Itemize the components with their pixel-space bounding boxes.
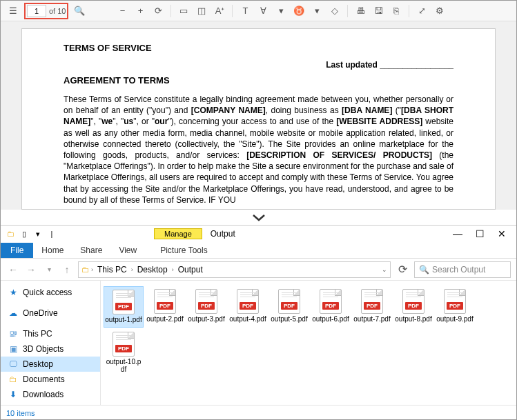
- ribbon-home[interactable]: Home: [33, 243, 72, 258]
- breadcrumb-seg[interactable]: Output: [175, 265, 206, 274]
- close-button[interactable]: ✕: [497, 228, 507, 239]
- rotate-icon[interactable]: ⟳: [151, 4, 165, 18]
- search-placeholder: Search Output: [432, 265, 485, 274]
- pdf-file-icon: PDF: [111, 332, 136, 357]
- sidebar-item-label: This PC: [23, 329, 52, 339]
- file-item[interactable]: PDFoutput-3.pdf: [186, 286, 226, 328]
- sidebar-3d-objects[interactable]: ▣3D Objects: [1, 341, 100, 357]
- export-icon[interactable]: ⎘: [389, 4, 403, 18]
- stamp-icon[interactable]: ♉: [292, 4, 306, 18]
- pdf-file-icon: PDF: [153, 289, 177, 314]
- pdf-badge: PDF: [115, 345, 132, 352]
- ribbon-file[interactable]: File: [1, 243, 33, 258]
- ribbon: File Home Share View Picture Tools: [1, 242, 516, 259]
- doc-title: TERMS OF SERVICE: [64, 43, 453, 53]
- ribbon-view[interactable]: View: [110, 243, 145, 258]
- file-item[interactable]: PDFoutput-9.pdf: [435, 286, 475, 328]
- pdf-badge: PDF: [364, 302, 380, 310]
- settings-icon[interactable]: ⚙: [433, 4, 447, 18]
- file-name: output-3.pdf: [188, 315, 224, 323]
- nav-forward-icon[interactable]: →: [24, 263, 38, 277]
- zoom-out-icon[interactable]: −: [115, 4, 129, 18]
- file-item[interactable]: PDFoutput-5.pdf: [269, 286, 309, 328]
- refresh-icon[interactable]: ⟳: [395, 263, 410, 276]
- nav-up-icon[interactable]: ↑: [60, 263, 74, 277]
- file-item[interactable]: PDFoutput-8.pdf: [393, 286, 433, 328]
- maximize-button[interactable]: ☐: [475, 228, 485, 239]
- pdf-file-icon: PDF: [111, 290, 136, 314]
- breadcrumb-seg[interactable]: This PC: [95, 265, 130, 274]
- sidebar-quick-access[interactable]: ★Quick access: [1, 285, 100, 300]
- chevron-down-icon[interactable]: ▾: [274, 4, 288, 18]
- file-item[interactable]: PDFoutput-4.pdf: [228, 286, 268, 328]
- fullscreen-icon[interactable]: ⤢: [415, 4, 429, 18]
- erase-icon[interactable]: ◇: [328, 4, 342, 18]
- text-size-icon[interactable]: Aᐩ: [213, 4, 226, 18]
- sidebar-item-label: 3D Objects: [23, 344, 64, 354]
- chevron-right-icon[interactable]: ›: [91, 266, 93, 273]
- pdf-badge: PDF: [240, 302, 256, 310]
- sidebar-downloads[interactable]: ⬇Downloads: [1, 387, 100, 402]
- search-input[interactable]: 🔍 Search Output: [414, 261, 511, 278]
- fit-width-icon[interactable]: ▭: [177, 4, 191, 18]
- sidebar-this-pc[interactable]: 🖳This PC: [1, 326, 100, 341]
- minimize-button[interactable]: —: [453, 228, 462, 239]
- file-list[interactable]: PDFoutput-1.pdfPDFoutput-2.pdfPDFoutput-…: [101, 281, 516, 405]
- chevron-down-icon[interactable]: ⌄: [382, 266, 387, 273]
- sidebar-toggle-icon[interactable]: ☰: [6, 4, 20, 18]
- folder-icon: 🗀: [8, 374, 19, 385]
- pdf-toolbar: ☰ of 10 🔍 − + ⟳ ▭ ◫ Aᐩ T ∀ ▾ ♉ ▾ ◇ 🖶 🖫 ⎘…: [1, 1, 516, 21]
- text-tool-icon[interactable]: T: [238, 4, 252, 18]
- file-item[interactable]: PDFoutput-1.pdf: [104, 286, 144, 328]
- window-title: Output: [202, 229, 244, 239]
- chevron-right-icon[interactable]: ›: [131, 266, 133, 273]
- nav-history-icon[interactable]: ▾: [42, 263, 56, 277]
- pane-divider[interactable]: [1, 210, 516, 225]
- file-item[interactable]: PDFoutput-6.pdf: [311, 286, 351, 328]
- page-total-label: of 10: [49, 7, 66, 15]
- chevron-down-icon[interactable]: ▾: [310, 4, 324, 18]
- doc-body: These Terms of Service constitute a lega…: [64, 94, 453, 206]
- cube-icon: ▣: [8, 343, 19, 354]
- sidebar-onedrive[interactable]: ☁OneDrive: [1, 306, 100, 321]
- chevron-right-icon[interactable]: ›: [172, 266, 174, 273]
- ribbon-picture-tools[interactable]: Picture Tools: [152, 243, 215, 258]
- sidebar-desktop[interactable]: 🖵Desktop: [1, 357, 100, 372]
- breadcrumb[interactable]: 🗀 › This PC › Desktop › Output ⌄: [78, 261, 391, 278]
- qat-dropdown-icon[interactable]: ▾: [32, 228, 43, 239]
- print-icon[interactable]: 🖶: [353, 4, 367, 18]
- qat-icon[interactable]: ▯: [19, 228, 30, 239]
- download-icon: ⬇: [8, 389, 19, 400]
- ribbon-share[interactable]: Share: [72, 243, 110, 258]
- pdf-file-icon: PDF: [235, 289, 260, 314]
- pdf-badge: PDF: [198, 302, 215, 310]
- nav-back-icon[interactable]: ←: [6, 263, 20, 277]
- divider: |: [46, 228, 57, 239]
- address-bar: ← → ▾ ↑ 🗀 › This PC › Desktop › Output ⌄…: [1, 259, 516, 281]
- file-item[interactable]: PDFoutput-10.pdf: [104, 329, 144, 377]
- file-name: output-6.pdf: [312, 315, 349, 323]
- zoom-in-icon[interactable]: +: [133, 4, 147, 18]
- pdf-file-icon: PDF: [277, 289, 302, 314]
- save-icon[interactable]: 🖫: [371, 4, 385, 18]
- highlight-icon[interactable]: ∀: [256, 4, 270, 18]
- file-name: output-7.pdf: [353, 315, 390, 323]
- file-item[interactable]: PDFoutput-7.pdf: [352, 286, 392, 328]
- pdf-viewport[interactable]: TERMS OF SERVICE Last updated __________…: [1, 21, 516, 210]
- file-name: output-2.pdf: [146, 315, 183, 323]
- pdf-badge: PDF: [281, 302, 297, 310]
- breadcrumb-seg[interactable]: Desktop: [135, 265, 170, 274]
- pdf-file-icon: PDF: [360, 289, 384, 314]
- sidebar-documents[interactable]: 🗀Documents: [1, 372, 100, 387]
- folder-icon[interactable]: 🗀: [5, 228, 16, 239]
- page-layout-icon[interactable]: ◫: [195, 4, 208, 18]
- file-name: output-8.pdf: [395, 315, 431, 323]
- page-number-input[interactable]: [27, 5, 46, 17]
- file-item[interactable]: PDFoutput-2.pdf: [145, 286, 185, 328]
- search-icon[interactable]: 🔍: [72, 4, 86, 18]
- status-item-count: 10 items: [6, 409, 35, 417]
- search-icon: 🔍: [419, 265, 429, 274]
- folder-icon: 🗀: [81, 265, 90, 274]
- contextual-tab[interactable]: Manage: [154, 228, 202, 239]
- pdf-page: TERMS OF SERVICE Last updated __________…: [21, 28, 496, 210]
